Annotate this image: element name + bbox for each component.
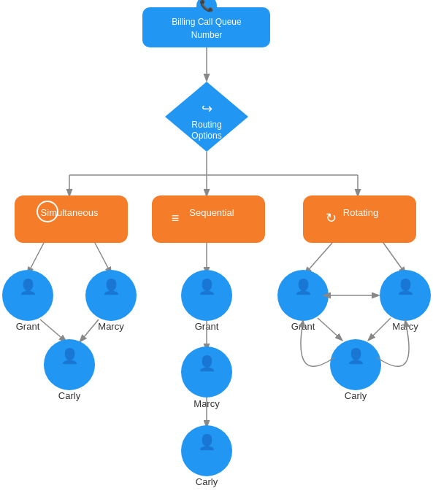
rot-marcy-circle[interactable] — [380, 270, 431, 321]
seq-carly-circle[interactable] — [181, 425, 232, 476]
simul-marcy-avatar: 👤 — [102, 278, 120, 295]
rot-marcy-avatar: 👤 — [396, 278, 415, 295]
simul-arrow-marcy-carly — [80, 319, 99, 341]
simultaneous-box[interactable] — [15, 195, 128, 243]
routing-label-line2: Options — [191, 131, 221, 141]
rot-arrow-marcy — [383, 243, 405, 274]
billing-node-label-line1: Billing Call Queue — [172, 17, 242, 27]
simul-grant-circle[interactable] — [2, 270, 53, 321]
simultaneous-label: Simultaneous — [41, 207, 99, 218]
simul-carly-avatar: 👤 — [61, 347, 79, 365]
simul-grant-label: Grant — [16, 321, 40, 332]
rotating-label: Rotating — [343, 207, 378, 218]
phone-icon: 📞 — [199, 0, 214, 12]
simul-arrow-marcy — [95, 243, 111, 274]
seq-marcy-circle[interactable] — [181, 346, 232, 398]
simul-arrow-grant — [28, 243, 44, 274]
simul-carly-circle[interactable] — [44, 339, 95, 390]
sequential-box[interactable] — [152, 195, 265, 243]
rot-carly-circle[interactable] — [330, 339, 381, 390]
simul-carly-label: Carly — [58, 390, 81, 401]
rotating-box[interactable] — [303, 195, 416, 243]
rot-carly-avatar: 👤 — [347, 347, 365, 365]
rot-icon: ↻ — [326, 211, 337, 225]
simul-grant-avatar: 👤 — [19, 278, 37, 295]
routing-icon: ↪ — [202, 101, 212, 116]
rot-grant-circle[interactable] — [277, 270, 329, 321]
simul-marcy-label: Marcy — [98, 321, 124, 332]
seq-carly-avatar: 👤 — [198, 433, 216, 451]
simul-marcy-circle[interactable] — [85, 270, 137, 321]
seq-carly-label: Carly — [196, 476, 218, 487]
sequential-label: Sequential — [189, 207, 234, 218]
rot-carly-label: Carly — [345, 390, 367, 401]
rot-grant-avatar: 👤 — [294, 278, 313, 295]
seq-grant-avatar: 👤 — [198, 278, 216, 295]
rot-arrow-grant — [305, 243, 332, 274]
seq-icon: ≡ — [172, 211, 180, 225]
diagram: 📞 Billing Call Queue Number ↪ Routing Op… — [0, 0, 433, 504]
billing-node-label-line2: Number — [191, 30, 223, 40]
routing-diamond — [165, 82, 248, 152]
routing-label-line1: Routing — [191, 120, 221, 130]
simul-arrow-grant-carly — [40, 319, 66, 341]
seq-marcy-avatar: 👤 — [198, 354, 216, 372]
seq-grant-circle[interactable] — [181, 270, 232, 321]
rot-grant-carly-arrow — [318, 318, 342, 340]
rot-marcy-carly-arrow — [369, 318, 391, 340]
